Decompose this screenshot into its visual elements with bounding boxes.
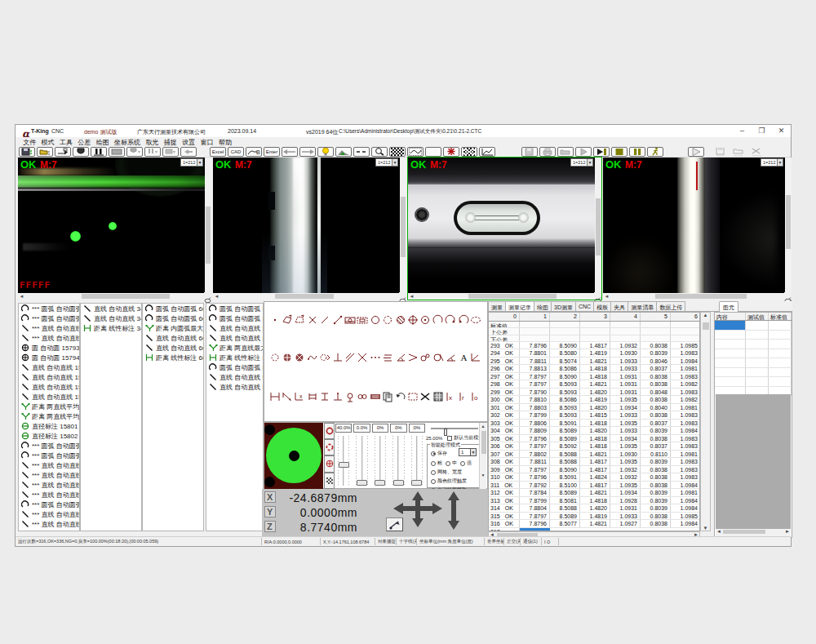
disc-cross2-tool-icon[interactable] xyxy=(294,351,306,364)
sel-poly-tool-icon[interactable] xyxy=(294,313,306,326)
sel-rect-tool-icon[interactable] xyxy=(281,313,293,326)
ring-pair-tool-icon[interactable] xyxy=(319,351,331,364)
toolbar-checker-x-button[interactable] xyxy=(461,147,477,157)
arc3-tool-icon[interactable] xyxy=(457,313,469,326)
grid-row[interactable]: 308OK7.88118.50881.48171.09350.80391.098… xyxy=(489,458,699,466)
menu-item-7[interactable]: 取光 xyxy=(143,137,161,146)
scroll-thumb[interactable] xyxy=(401,197,406,257)
slider-track[interactable] xyxy=(343,436,344,486)
mode-combo-arrow-icon[interactable]: ▼ xyxy=(470,449,476,455)
circle-dash-tool-icon[interactable] xyxy=(382,313,394,326)
grid-row[interactable]: 306OK7.87978.50921.48181.09350.80371.098… xyxy=(489,442,699,451)
tab-3[interactable]: 绘图 xyxy=(534,301,552,311)
calc-tool-icon[interactable] xyxy=(432,390,444,403)
feature-row[interactable]: 距离 两直线平均距 xyxy=(19,411,79,421)
camera-hscrollbar[interactable]: ◄ xyxy=(408,293,595,300)
grid-row[interactable]: 298OK7.87978.50931.48211.09310.80381.098… xyxy=(489,380,699,389)
pick-x-tool-icon[interactable] xyxy=(306,313,318,326)
line-diag-tool-icon[interactable] xyxy=(344,351,356,364)
menu-item-1[interactable]: 文件 xyxy=(20,137,38,146)
scroll-thumb[interactable] xyxy=(82,294,170,299)
grid-row[interactable]: 309OK7.87978.50901.48171.09320.80381.098… xyxy=(489,466,699,474)
feature-row[interactable]: 圆 自动圆 15794 xyxy=(19,353,79,362)
scroll-thumb[interactable] xyxy=(723,530,765,534)
grid-row[interactable]: 307OK7.88028.50881.48211.09300.81101.098… xyxy=(489,451,699,459)
camera-vscrollbar[interactable] xyxy=(205,158,211,293)
toolbar-excel-button[interactable]: Excel xyxy=(210,147,226,157)
grid-spec-row[interactable]: 上公差 xyxy=(489,328,699,335)
tab-4[interactable]: 3D测量 xyxy=(551,301,576,311)
slider-track[interactable] xyxy=(397,436,399,486)
infinity-tool-icon[interactable] xyxy=(357,390,369,403)
feature-row[interactable]: *** 直线 自动直线 xyxy=(19,333,79,343)
default-mode-checkbox[interactable] xyxy=(447,436,452,441)
keyboard-tool-icon[interactable] xyxy=(369,390,381,403)
toolbar-bulb-button[interactable] xyxy=(317,147,334,157)
light-slider-3[interactable]: 0% xyxy=(371,423,389,489)
feature-row[interactable]: 直线 自动直线 15 xyxy=(19,362,79,372)
feature-list-3[interactable]: 圆弧 自动圆弧 66圆弧 自动圆弧 66距离 内圆弧最大距直线 自动直线 66直… xyxy=(142,303,204,531)
camera-corner-icon[interactable] xyxy=(784,292,792,300)
slider-track[interactable] xyxy=(379,436,381,486)
zoom-select[interactable]: 1=212▼ xyxy=(180,158,203,167)
toolbar-move-right-button[interactable] xyxy=(55,147,71,157)
dropdown-arrow-icon[interactable]: ▼ xyxy=(197,159,202,166)
menu-item-2[interactable]: 模式 xyxy=(38,137,56,146)
toolbar-enter-button[interactable]: Enter xyxy=(264,147,280,157)
toolbar-gray-rect-button[interactable] xyxy=(109,147,125,157)
feature-list-2[interactable]: 直线 自动直线 34直线 自动直线 34距离 线性标注 34 xyxy=(80,303,142,531)
feature-row[interactable]: 圆弧 自动圆弧 66 xyxy=(143,313,203,323)
zoom-select[interactable]: 1=212▼ xyxy=(375,158,398,167)
camera-hscrollbar[interactable]: ◄ xyxy=(603,293,785,300)
feature-row[interactable]: 距离 线性标注 55 xyxy=(206,353,263,362)
dim-h2-tool-icon[interactable] xyxy=(306,390,318,403)
grid-row[interactable]: 313OK7.87998.50811.48181.09280.80391.098… xyxy=(489,497,699,505)
mode-combo[interactable]: 1 ▼ xyxy=(459,448,477,456)
menu-item-4[interactable]: 公差 xyxy=(75,137,93,146)
grid-row[interactable]: 305OK7.87968.50891.48181.09340.80381.098… xyxy=(489,435,699,443)
grid-row[interactable]: 300OK7.88108.50861.48191.09350.80381.098… xyxy=(489,396,699,404)
cut-tool-icon[interactable] xyxy=(419,390,432,403)
maximize-button[interactable]: ❐ xyxy=(757,125,766,137)
level-radio-1[interactable] xyxy=(431,461,436,466)
ring-dash-tool-icon[interactable] xyxy=(268,351,281,364)
slider-track[interactable] xyxy=(361,436,363,486)
camera-view-4[interactable]: OK M:7 1=212▼ ◄ xyxy=(603,158,792,300)
letter-a-tool-icon[interactable]: A xyxy=(457,351,469,364)
feature-row[interactable]: *** 直线 自动直线 xyxy=(19,490,79,500)
dropdown-arrow-icon[interactable]: ▼ xyxy=(587,159,592,166)
feature-row[interactable]: 圆弧 自动圆弧 55 xyxy=(206,313,263,323)
scroll-thumb[interactable] xyxy=(206,207,211,264)
dots3-tool-icon[interactable] xyxy=(369,351,381,364)
dropdown-arrow-icon[interactable]: ▼ xyxy=(777,159,783,166)
element-hscrollbar[interactable]: ◄ ► xyxy=(716,529,791,536)
grid-row[interactable]: 293OK7.87968.50901.48171.09320.80381.098… xyxy=(489,342,699,350)
scroll-up-icon[interactable]: ▲ xyxy=(480,424,486,429)
scroll-left-icon[interactable]: ◄ xyxy=(408,293,415,300)
menu-item-8[interactable]: 捕捉 xyxy=(162,137,180,146)
camera-view-2[interactable]: OK M:7 1=212▼ ◄ xyxy=(213,158,406,300)
camera-corner-icon[interactable] xyxy=(204,292,211,300)
box-grid-tool-icon[interactable] xyxy=(357,313,369,326)
angle-tool-icon[interactable] xyxy=(444,351,456,364)
element-row[interactable] xyxy=(715,377,792,387)
slider-thumb[interactable] xyxy=(393,480,404,486)
circle-sm-tool-icon[interactable] xyxy=(419,351,432,364)
feature-row[interactable]: 距离 两直线平均距 xyxy=(19,402,79,411)
toolbar-dashes-button[interactable] xyxy=(353,147,370,157)
grid-row[interactable]: 316OK7.87968.50771.48211.09270.80381.098… xyxy=(489,520,699,528)
element-panel-tab[interactable]: 图元 xyxy=(719,301,738,312)
grid-row[interactable]: 299OK7.87908.50931.48201.09310.80481.098… xyxy=(489,389,699,397)
close-button[interactable]: ✕ xyxy=(777,125,786,137)
scroll-left-icon[interactable]: ◄ xyxy=(716,529,721,534)
level-radio-2[interactable] xyxy=(446,461,450,466)
feature-row[interactable]: 直线 自动直线 55 xyxy=(206,382,263,392)
grid-row[interactable]: 312OK7.87848.50891.48211.09340.80391.098… xyxy=(489,489,699,497)
jog-arrows[interactable] xyxy=(393,491,462,530)
results-grid[interactable]: 0123456标准值上公差下公差293OK7.87968.50901.48171… xyxy=(488,312,700,531)
ring-sector-button[interactable] xyxy=(324,455,335,472)
dim-h-tool-icon[interactable] xyxy=(268,390,281,403)
element-row[interactable] xyxy=(715,331,792,340)
angle-ref-tool-icon[interactable] xyxy=(469,351,481,364)
feature-row[interactable]: 距离 线性标注 34 xyxy=(81,323,141,333)
